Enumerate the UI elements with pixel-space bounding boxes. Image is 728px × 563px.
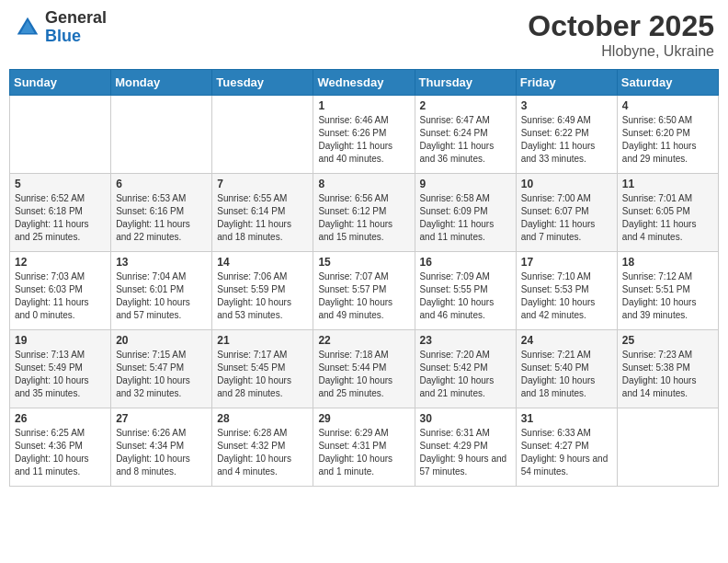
day-number: 28 [217,412,308,425]
weekday-header-tuesday: Tuesday [212,70,313,96]
day-number: 6 [116,178,207,190]
day-info: Sunrise: 6:25 AMSunset: 4:36 PMDaylight:… [15,427,106,478]
logo: General Blue [14,9,107,46]
day-info: Sunrise: 7:23 AMSunset: 5:38 PMDaylight:… [622,349,713,400]
calendar-cell: 24Sunrise: 7:21 AMSunset: 5:40 PMDayligh… [516,330,617,408]
day-number: 13 [116,256,207,269]
day-number: 5 [15,178,106,190]
calendar-cell: 27Sunrise: 6:26 AMSunset: 4:34 PMDayligh… [111,408,212,487]
day-info: Sunrise: 7:12 AMSunset: 5:51 PMDaylight:… [622,270,713,322]
calendar-week-2: 5Sunrise: 6:52 AMSunset: 6:18 PMDaylight… [10,174,719,252]
day-info: Sunrise: 6:50 AMSunset: 6:20 PMDaylight:… [622,114,713,166]
calendar-cell: 17Sunrise: 7:10 AMSunset: 5:53 PMDayligh… [516,252,617,330]
calendar-cell: 9Sunrise: 6:58 AMSunset: 6:09 PMDaylight… [415,174,516,252]
day-number: 16 [420,256,511,269]
day-info: Sunrise: 7:21 AMSunset: 5:40 PMDaylight:… [521,349,612,400]
title-block: October 2025 Hlobyne, Ukraine [528,9,714,60]
day-number: 27 [116,412,207,425]
day-info: Sunrise: 6:55 AMSunset: 6:14 PMDaylight:… [217,192,308,244]
day-number: 29 [318,412,409,425]
weekday-header-monday: Monday [111,70,212,96]
day-info: Sunrise: 6:47 AMSunset: 6:24 PMDaylight:… [420,114,511,166]
calendar-cell: 8Sunrise: 6:56 AMSunset: 6:12 PMDaylight… [313,174,415,252]
calendar-week-4: 19Sunrise: 7:13 AMSunset: 5:49 PMDayligh… [10,330,719,408]
day-info: Sunrise: 6:56 AMSunset: 6:12 PMDaylight:… [318,192,409,244]
calendar-cell: 10Sunrise: 7:00 AMSunset: 6:07 PMDayligh… [516,174,617,252]
calendar-week-3: 12Sunrise: 7:03 AMSunset: 6:03 PMDayligh… [10,252,719,330]
day-info: Sunrise: 7:00 AMSunset: 6:07 PMDaylight:… [521,192,612,244]
day-number: 31 [521,412,612,425]
day-info: Sunrise: 6:31 AMSunset: 4:29 PMDaylight:… [420,427,511,478]
calendar-cell [212,96,313,174]
weekday-header-friday: Friday [516,70,617,96]
calendar-cell: 3Sunrise: 6:49 AMSunset: 6:22 PMDaylight… [516,96,617,174]
month-title: October 2025 [528,9,714,43]
day-info: Sunrise: 7:03 AMSunset: 6:03 PMDaylight:… [15,270,106,322]
calendar-cell: 19Sunrise: 7:13 AMSunset: 5:49 PMDayligh… [10,330,111,408]
calendar-cell: 12Sunrise: 7:03 AMSunset: 6:03 PMDayligh… [10,252,111,330]
calendar-cell: 15Sunrise: 7:07 AMSunset: 5:57 PMDayligh… [313,252,415,330]
calendar-cell [10,96,111,174]
day-number: 25 [622,334,713,347]
day-number: 17 [521,256,612,269]
day-number: 15 [318,256,409,269]
day-number: 26 [15,412,106,425]
day-info: Sunrise: 6:29 AMSunset: 4:31 PMDaylight:… [318,427,409,478]
day-number: 8 [318,178,409,190]
day-info: Sunrise: 7:10 AMSunset: 5:53 PMDaylight:… [521,270,612,322]
calendar-cell: 1Sunrise: 6:46 AMSunset: 6:26 PMDaylight… [313,96,415,174]
calendar-cell: 18Sunrise: 7:12 AMSunset: 5:51 PMDayligh… [617,252,718,330]
calendar-cell: 14Sunrise: 7:06 AMSunset: 5:59 PMDayligh… [212,252,313,330]
weekday-header-saturday: Saturday [617,70,718,96]
logo-general-text: General [45,9,107,28]
weekday-header-row: SundayMondayTuesdayWednesdayThursdayFrid… [10,70,719,96]
calendar-table: SundayMondayTuesdayWednesdayThursdayFrid… [9,69,719,487]
day-info: Sunrise: 7:13 AMSunset: 5:49 PMDaylight:… [15,349,106,400]
calendar-cell: 2Sunrise: 6:47 AMSunset: 6:24 PMDaylight… [415,96,516,174]
day-info: Sunrise: 7:15 AMSunset: 5:47 PMDaylight:… [116,349,207,400]
calendar-cell: 26Sunrise: 6:25 AMSunset: 4:36 PMDayligh… [10,408,111,487]
day-number: 9 [420,178,511,190]
calendar-cell: 11Sunrise: 7:01 AMSunset: 6:05 PMDayligh… [617,174,718,252]
calendar-cell [111,96,212,174]
day-number: 4 [622,99,713,112]
day-number: 3 [521,99,612,112]
day-number: 21 [217,334,308,347]
day-info: Sunrise: 6:33 AMSunset: 4:27 PMDaylight:… [521,427,612,478]
calendar-cell: 13Sunrise: 7:04 AMSunset: 6:01 PMDayligh… [111,252,212,330]
calendar-week-1: 1Sunrise: 6:46 AMSunset: 6:26 PMDaylight… [10,96,719,174]
day-number: 11 [622,178,713,190]
calendar-cell: 31Sunrise: 6:33 AMSunset: 4:27 PMDayligh… [516,408,617,487]
day-number: 20 [116,334,207,347]
day-info: Sunrise: 7:20 AMSunset: 5:42 PMDaylight:… [420,349,511,400]
day-info: Sunrise: 6:58 AMSunset: 6:09 PMDaylight:… [420,192,511,244]
calendar-cell: 7Sunrise: 6:55 AMSunset: 6:14 PMDaylight… [212,174,313,252]
day-number: 30 [420,412,511,425]
calendar-cell: 28Sunrise: 6:28 AMSunset: 4:32 PMDayligh… [212,408,313,487]
calendar-cell: 4Sunrise: 6:50 AMSunset: 6:20 PMDaylight… [617,96,718,174]
calendar-cell: 25Sunrise: 7:23 AMSunset: 5:38 PMDayligh… [617,330,718,408]
day-number: 22 [318,334,409,347]
day-number: 24 [521,334,612,347]
calendar-cell: 16Sunrise: 7:09 AMSunset: 5:55 PMDayligh… [415,252,516,330]
location: Hlobyne, Ukraine [528,43,714,60]
day-info: Sunrise: 7:04 AMSunset: 6:01 PMDaylight:… [116,270,207,322]
day-info: Sunrise: 7:17 AMSunset: 5:45 PMDaylight:… [217,349,308,400]
day-info: Sunrise: 7:18 AMSunset: 5:44 PMDaylight:… [318,349,409,400]
calendar-week-5: 26Sunrise: 6:25 AMSunset: 4:36 PMDayligh… [10,408,719,487]
day-number: 10 [521,178,612,190]
day-number: 18 [622,256,713,269]
logo-icon [14,14,41,41]
day-info: Sunrise: 6:53 AMSunset: 6:16 PMDaylight:… [116,192,207,244]
day-info: Sunrise: 6:26 AMSunset: 4:34 PMDaylight:… [116,427,207,478]
calendar-cell: 30Sunrise: 6:31 AMSunset: 4:29 PMDayligh… [415,408,516,487]
day-number: 2 [420,99,511,112]
calendar-cell: 5Sunrise: 6:52 AMSunset: 6:18 PMDaylight… [10,174,111,252]
page-header: General Blue October 2025 Hlobyne, Ukrai… [9,9,719,60]
calendar-cell: 22Sunrise: 7:18 AMSunset: 5:44 PMDayligh… [313,330,415,408]
logo-text: General Blue [45,9,107,46]
calendar-cell: 23Sunrise: 7:20 AMSunset: 5:42 PMDayligh… [415,330,516,408]
day-number: 7 [217,178,308,190]
calendar-cell: 20Sunrise: 7:15 AMSunset: 5:47 PMDayligh… [111,330,212,408]
calendar-cell [617,408,718,487]
